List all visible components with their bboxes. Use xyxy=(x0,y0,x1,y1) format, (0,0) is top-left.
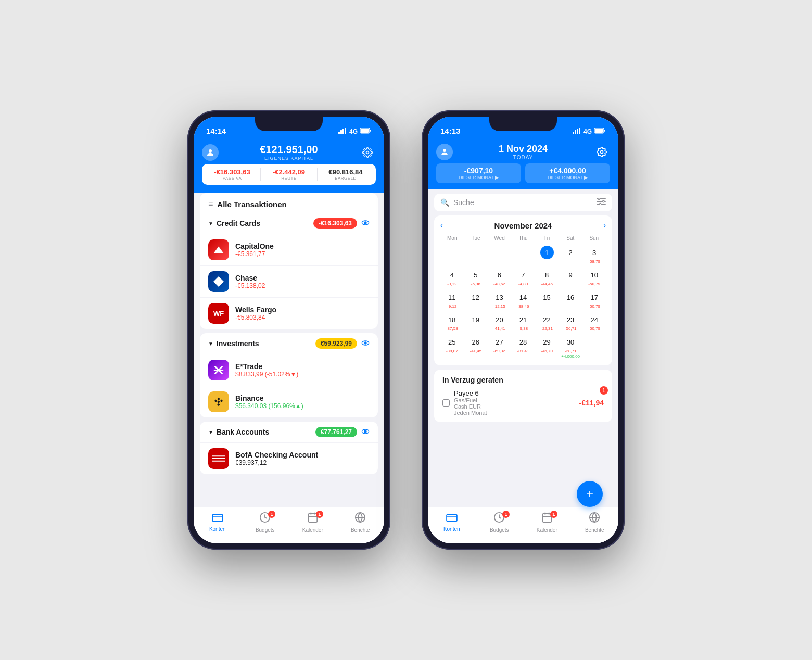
filter-icon[interactable] xyxy=(597,198,606,207)
cal-cell[interactable]: 11-9,12 xyxy=(440,289,464,311)
cal-cell[interactable]: 4-9,12 xyxy=(440,266,464,288)
chase-item[interactable]: Chase -€5.138,02 xyxy=(200,266,378,298)
bargeld-amount: €90.816,84 xyxy=(318,168,374,176)
cal-cell[interactable]: 6-48,62 xyxy=(488,266,511,288)
cal-cell[interactable]: 17-50,79 xyxy=(582,289,606,311)
cal-cell[interactable]: 24-50,79 xyxy=(582,311,606,333)
prev-month-arrow[interactable]: ‹ xyxy=(440,221,443,230)
wellsfargo-item[interactable]: WF Wells Fargo -€5.803,84 xyxy=(200,298,378,329)
cal-day-number: 7 xyxy=(516,268,530,282)
cal-cell xyxy=(464,244,488,266)
day-thu: Thu xyxy=(511,234,535,242)
next-month-arrow[interactable]: › xyxy=(603,221,606,230)
gear-icon-2[interactable] xyxy=(593,144,610,160)
tab-berichte-1[interactable]: Berichte xyxy=(337,512,385,533)
cal-cell[interactable]: 5-5,36 xyxy=(464,266,488,288)
cal-day-number: 12 xyxy=(469,290,483,304)
cal-cell[interactable]: 23-56,71 xyxy=(559,311,582,333)
cal-cell[interactable]: 25-38,87 xyxy=(440,334,464,360)
cal-cell[interactable]: 2 xyxy=(559,244,582,266)
app-header-1: €121.951,00 EIGENES KAPITAL -€16.303,63 … xyxy=(194,139,384,193)
tab-kalender-1[interactable]: 1 Kalender xyxy=(289,512,337,533)
cal-cell[interactable]: 15 xyxy=(535,289,559,311)
cal-cell[interactable]: 26-41,45 xyxy=(464,334,488,360)
overdue-section: In Verzug geraten Payee 6 Gas/Fuel Cash … xyxy=(434,370,612,422)
cal-cell[interactable]: 19 xyxy=(464,311,488,333)
profile-icon-2[interactable] xyxy=(436,144,453,160)
investments-header[interactable]: ▼ Investments €59.923,99 xyxy=(200,333,378,354)
bank-accounts-header[interactable]: ▼ Bank Accounts €77.761,27 xyxy=(200,422,378,443)
tab-budgets-1[interactable]: 1 Budgets xyxy=(242,512,289,533)
cal-stat-income[interactable]: +€4.000,00 DIESER MONAT ▶ xyxy=(525,163,610,183)
binance-info: Binance $56.340,03 (156.96%▲) xyxy=(235,394,370,410)
cal-cell[interactable]: 16 xyxy=(559,289,582,311)
cal-cell[interactable]: 27-69,32 xyxy=(488,334,511,360)
etrade-item[interactable]: E*Trade $8.833,99 (-51.02%▼) xyxy=(200,354,378,386)
day-wed: Wed xyxy=(488,234,511,242)
time-2: 14:13 xyxy=(440,126,460,135)
cal-cell[interactable]: 20-41,41 xyxy=(488,311,511,333)
calendar-grid: 123-58,794-9,125-5,366-48,627-4,808-44,4… xyxy=(440,244,606,360)
profile-icon-1[interactable] xyxy=(202,144,219,161)
tab-konten-2[interactable]: Konten xyxy=(428,512,476,533)
cal-day-number: 3 xyxy=(588,246,601,259)
cal-stat-expense[interactable]: -€907,10 DIESER MONAT ▶ xyxy=(436,163,521,183)
cal-cell[interactable]: 29-46,70 xyxy=(535,334,559,360)
tab-berichte-2[interactable]: Berichte xyxy=(571,512,619,533)
credit-cards-header[interactable]: ▼ Credit Cards -€16.303,63 xyxy=(200,213,378,234)
svg-marker-20 xyxy=(217,403,220,407)
network-label-1: 4G xyxy=(349,128,358,135)
etrade-balance: $8.833,99 (-51.02%▼) xyxy=(235,371,370,378)
capitalOne-item[interactable]: CapitalOne -€5.361,77 xyxy=(200,234,378,266)
cal-cell[interactable]: 7-4,80 xyxy=(512,266,535,288)
tab-kalender-2[interactable]: 1 Kalender xyxy=(523,512,571,533)
cal-cell[interactable]: 8-44,46 xyxy=(535,266,559,288)
cal-cell[interactable]: 12 xyxy=(464,289,488,311)
cal-cell[interactable]: 21-9,38 xyxy=(512,311,535,333)
overdue-item[interactable]: Payee 6 Gas/Fuel Cash EUR Jeden Monat -€… xyxy=(442,389,604,416)
cal-day-amount: -5,36 xyxy=(471,282,480,287)
cal-date-sub: TODAY xyxy=(499,155,548,160)
eye-icon-cc[interactable] xyxy=(361,219,370,227)
cal-cell[interactable]: 1 xyxy=(535,244,559,266)
tab-budgets-2[interactable]: 1 Budgets xyxy=(476,512,524,533)
gear-icon-1[interactable] xyxy=(359,144,376,161)
eye-icon-inv[interactable] xyxy=(361,339,370,348)
capitalOne-balance: -€5.361,77 xyxy=(235,250,370,258)
cal-day-number: 14 xyxy=(516,290,530,304)
konten-icon-2 xyxy=(446,512,458,525)
cal-cell[interactable]: 3-58,79 xyxy=(582,244,606,266)
cal-cell[interactable]: 10-50,79 xyxy=(582,266,606,288)
cal-cell[interactable]: 28-81,41 xyxy=(512,334,535,360)
tab-konten-1[interactable]: Konten xyxy=(194,512,242,533)
cal-cell[interactable]: 14-38,46 xyxy=(512,289,535,311)
investments-badge: €59.923,99 xyxy=(315,338,357,349)
wellsfargo-balance: -€5.803,84 xyxy=(235,314,370,321)
binance-item[interactable]: Binance $56.340,03 (156.96%▲) xyxy=(200,386,378,417)
cal-cell[interactable]: 13-12,15 xyxy=(488,289,511,311)
cal-day-amount: -9,12 xyxy=(447,304,456,309)
search-bar[interactable]: 🔍 Suche xyxy=(434,194,612,211)
tab-budgets-label-2: Budgets xyxy=(490,527,509,533)
overdue-account: Cash EUR xyxy=(454,403,575,410)
cal-cell[interactable]: 30-28,71+4.000,00 xyxy=(559,334,582,360)
eye-icon-bank[interactable] xyxy=(361,428,370,436)
header-title-1: €121.951,00 EIGENES KAPITAL xyxy=(260,144,318,161)
heute-amount: -€2.442,09 xyxy=(261,168,317,176)
etrade-logo xyxy=(208,360,229,380)
berichte-icon-1 xyxy=(354,512,366,526)
cal-day-number: 13 xyxy=(492,290,506,304)
cal-cell[interactable]: 18-87,58 xyxy=(440,311,464,333)
cal-day-number: 28 xyxy=(516,335,530,349)
add-transaction-fab[interactable]: + xyxy=(577,481,603,507)
calendar: ‹ November 2024 › Mon Tue Wed Thu Fri Sa… xyxy=(434,215,612,365)
kalender-badge-2: 1 xyxy=(550,511,557,518)
cal-cell[interactable]: 22-22,31 xyxy=(535,311,559,333)
tab-kalender-label-2: Kalender xyxy=(537,527,557,533)
overdue-checkbox[interactable] xyxy=(442,399,450,407)
bofa-item[interactable]: BofA Checking Account €39.937,12 xyxy=(200,443,378,474)
status-icons-1: 4G xyxy=(338,128,372,135)
cal-day-amount: -50,79 xyxy=(588,326,600,332)
chase-name: Chase xyxy=(235,274,370,282)
cal-cell[interactable]: 9 xyxy=(559,266,582,288)
